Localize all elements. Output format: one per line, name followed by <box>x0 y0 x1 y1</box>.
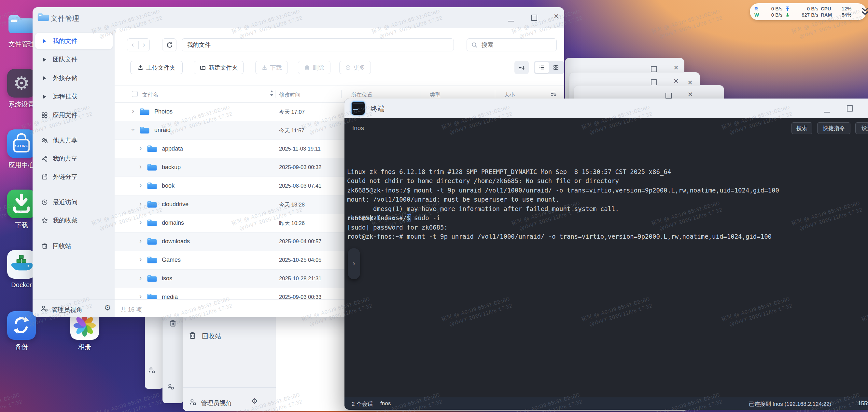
session-name[interactable]: fnos <box>380 400 391 407</box>
chevron-right-icon[interactable]: › <box>140 256 142 263</box>
minimize-button[interactable] <box>508 17 514 23</box>
sidebar-item-recycle-bin[interactable]: 回收站 <box>35 238 113 254</box>
sort-arrows-icon[interactable] <box>270 90 274 97</box>
recycle-bin-item[interactable]: 回收站 <box>202 332 221 341</box>
terminal-line: dmesg(1) may have more information after… <box>347 204 779 214</box>
docker-whale-icon <box>7 250 36 279</box>
terminal-settings-button[interactable]: 设置 <box>855 122 868 134</box>
sidebar-item-label: 外接存储 <box>53 74 78 82</box>
delete-button[interactable]: 删除 <box>298 61 331 74</box>
sidebar-item-my-files[interactable]: 我的文件 <box>35 33 113 49</box>
maximize-button[interactable] <box>847 105 853 113</box>
minimize-button[interactable] <box>824 108 830 114</box>
column-name[interactable]: 文件名 <box>142 91 159 99</box>
close-icon[interactable]: ✕ <box>688 92 693 97</box>
column-settings-icon[interactable] <box>550 91 557 97</box>
search-input[interactable] <box>481 41 547 49</box>
terminal-shortcuts-button[interactable]: 快捷指令 <box>817 122 850 134</box>
sidebar-item-label: 我的文件 <box>53 37 78 45</box>
upload-folder-button[interactable]: 上传文件夹 <box>130 61 183 74</box>
close-icon[interactable]: ✕ <box>554 14 559 19</box>
sort-desc-icon <box>518 64 525 71</box>
download-arrow-icon <box>7 190 36 218</box>
sidebar-item-recent[interactable]: 最近访问 <box>35 194 113 210</box>
desktop-icon-backup[interactable]: 备份 <box>0 311 43 351</box>
path-input[interactable] <box>182 38 454 52</box>
triangle-icon <box>41 58 48 62</box>
refresh-icon <box>166 42 173 48</box>
item-count-status: 共 16 项 <box>121 306 142 313</box>
download-icon <box>261 64 268 71</box>
sidebar-item-team-files[interactable]: 团队文件 <box>35 52 113 68</box>
file-name: clouddrive <box>162 201 188 208</box>
file-name: appdata <box>162 145 183 152</box>
chevron-right-icon[interactable]: › <box>140 200 142 207</box>
forward-button[interactable]: › <box>139 42 150 48</box>
refresh-button[interactable] <box>162 38 177 52</box>
chevron-double-down-icon[interactable] <box>860 6 868 17</box>
terminal-line: [sudo] password for zk6685: <box>347 223 779 232</box>
list-view-button[interactable] <box>535 62 549 73</box>
chevron-right-icon[interactable]: › <box>140 182 142 189</box>
store-badge-text: STORE <box>15 144 28 148</box>
system-stats-widget[interactable]: R 0 B/s 0 B/s CPU 12% W 0 B/s 827 B/s RA… <box>750 3 866 20</box>
column-modified[interactable]: 修改时间 <box>279 91 301 99</box>
sidebar-item-external-links[interactable]: 外链分享 <box>35 169 113 185</box>
sidebar-item-shared-by-others[interactable]: 他人共享 <box>35 132 113 148</box>
chevron-right-icon[interactable]: › <box>140 237 142 244</box>
desktop-icon-label: 备份 <box>0 342 43 351</box>
people-icon <box>41 137 48 144</box>
share-external-icon <box>41 173 48 180</box>
more-button[interactable]: 更多 <box>339 61 371 74</box>
sidebar-item-app-files[interactable]: 应用文件 <box>35 107 113 123</box>
column-location[interactable]: 所在位置 <box>351 91 372 99</box>
chevron-right-icon[interactable]: › <box>140 274 142 282</box>
sidebar-item-label: 我的共享 <box>53 154 78 163</box>
gear-icon[interactable]: ⚙ <box>251 397 258 405</box>
close-icon[interactable]: ✕ <box>687 80 693 85</box>
terminal-titlebar: 终端 <box>344 99 868 118</box>
chevron-right-icon[interactable]: › <box>132 108 134 115</box>
close-icon[interactable]: ✕ <box>673 79 679 83</box>
terminal-window: 终端 fnos 搜索 快捷指令 设置 Linux zk-fnos 6.12.18… <box>344 99 868 409</box>
sidebar-item-my-shares[interactable]: 我的共享 <box>35 150 113 167</box>
background-window[interactable] <box>145 311 163 389</box>
chevron-right-icon[interactable]: › <box>140 219 142 226</box>
file-modified-date: 今天 11:57 <box>279 127 304 134</box>
terminal-search-button[interactable]: 搜索 <box>792 122 812 134</box>
gear-icon[interactable]: ⚙ <box>104 303 111 312</box>
trash-icon <box>169 319 177 328</box>
sort-button[interactable] <box>515 61 529 74</box>
terminal-line: root@zk-fnos:~# mount -t 9p unraid /vol1… <box>347 232 779 241</box>
sidebar-expand-handle[interactable]: › <box>348 248 360 279</box>
share-icon <box>41 155 48 162</box>
desktop-icon-photos[interactable]: 相册 <box>63 311 106 351</box>
terminal-status-bar: 2 个会话 fnos 已连接到 fnos (192.168.2.124:22) … <box>344 398 868 410</box>
maximize-button[interactable] <box>531 14 537 22</box>
download-net-icon <box>785 12 792 18</box>
new-folder-button[interactable]: 新建文件夹 <box>194 61 244 74</box>
trash-icon <box>188 331 197 340</box>
chevron-right-icon[interactable]: › <box>140 145 142 152</box>
select-all-checkbox[interactable] <box>132 91 138 98</box>
sidebar-item-external-storage[interactable]: 外接存储 <box>35 70 113 86</box>
file-name: book <box>162 182 175 189</box>
chevron-right-icon[interactable]: › <box>140 293 142 300</box>
background-window[interactable] <box>162 311 183 403</box>
search-box[interactable] <box>467 38 557 52</box>
folder-icon <box>147 181 157 190</box>
column-type[interactable]: 类型 <box>430 91 440 99</box>
chevron-right-icon[interactable]: › <box>140 163 142 170</box>
close-icon[interactable]: ✕ <box>673 65 679 70</box>
file-modified-date: 今天 13:28 <box>279 201 305 208</box>
file-modified-date: 昨天 10:26 <box>279 220 305 227</box>
column-size[interactable]: 大小 <box>504 91 515 99</box>
folder-icon <box>147 292 157 300</box>
terminal-tab[interactable]: fnos <box>352 125 364 132</box>
download-button[interactable]: 下载 <box>255 61 288 74</box>
sidebar-item-favorites[interactable]: 我的收藏 <box>35 212 113 229</box>
sidebar-item-remote-mount[interactable]: 远程挂载 <box>35 89 113 105</box>
back-button[interactable]: ‹ <box>127 42 138 48</box>
chevron-right-icon[interactable]: › <box>130 129 137 131</box>
grid-view-button[interactable] <box>549 64 563 71</box>
